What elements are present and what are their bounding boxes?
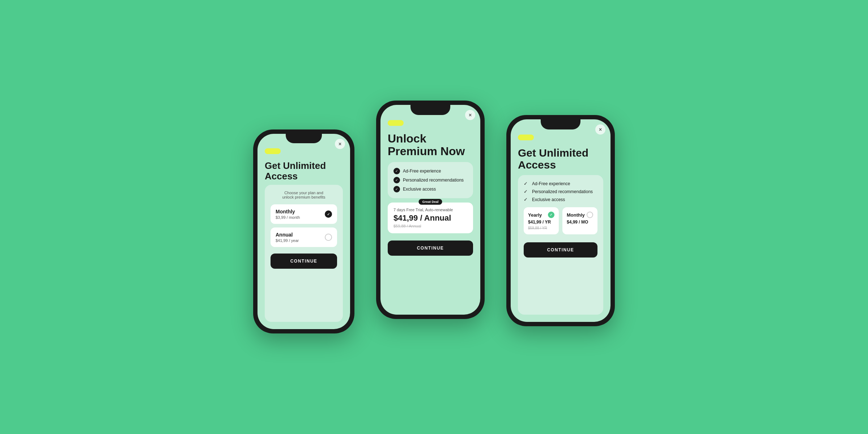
phone-2-feature-2-text: Personalized recommendations [403,178,464,183]
phone-3-feature-1-text: Ad-Free experience [532,181,570,186]
phone-3-notch [541,119,580,129]
phone-3-monthly-name: Monthly [567,212,585,218]
phone-3-close-button[interactable]: × [595,124,605,135]
phone-1-content: Get Unlimited Access Choose your plan an… [258,143,350,329]
phone-2-check-3: ✓ [393,186,400,192]
phone-2-close-button[interactable]: × [465,110,475,120]
phone-2-continue-button[interactable]: CONTINUE [388,241,473,256]
phone-3-continue-button[interactable]: CONTINUE [524,242,597,258]
phone-1: × Get Unlimited Access Choose your plan … [253,129,354,333]
phone-2-great-deal-badge: Great Deal [418,199,442,205]
phone-2: × Unlock Premium Now ✓ Ad-Free experienc… [376,101,485,319]
phone-3-yearly-price: $41,99 / YR [528,220,554,225]
phone-2-notch [410,105,450,115]
phone-1-annual-price: $41,99 / year [276,238,299,243]
phone-3-content: Get Unlimited Access ✓ Ad-Free experienc… [511,129,610,322]
phone-3-screen: × Get Unlimited Access ✓ Ad-Free experie… [511,119,610,322]
phone-2-feature-1-text: Ad-Free experience [403,169,441,174]
phone-2-features-card: ✓ Ad-Free experience ✓ Personalized reco… [388,162,473,198]
phone-1-continue-button[interactable]: CONTINUE [271,254,337,269]
phone-2-feature-1: ✓ Ad-Free experience [393,168,467,174]
phone-2-screen: × Unlock Premium Now ✓ Ad-Free experienc… [380,105,480,315]
phone-2-pricing-period: 7 days Free Trial, Auto-renewable [393,208,467,212]
phone-3-yearly-name: Yearly [528,212,542,218]
phone-1-annual-radio[interactable] [325,234,332,241]
phone-3-feature-3: ✓ Exclusive access [524,197,597,202]
phone-2-content: Unlock Premium Now ✓ Ad-Free experience … [380,115,480,315]
phone-1-title: Get Unlimited Access [265,161,343,181]
phone-1-monthly-radio[interactable] [325,210,332,218]
phone-3-title: Get Unlimited Access [518,147,603,171]
phone-3-plan-grid: Yearly $41,99 / YR $59,88 / YR Monthly $… [524,207,597,234]
phone-2-accent-pill [388,120,404,126]
phone-3-yearly-header: Yearly [528,212,554,218]
phone-2-check-2: ✓ [393,177,400,183]
phone-2-pricing-card: Great Deal 7 days Free Trial, Auto-renew… [388,203,473,233]
phone-3-yearly-original: $59,88 / YR [528,226,554,230]
phone-3-monthly-header: Monthly [567,212,593,218]
phone-3-feature-2: ✓ Personalized recommendations [524,189,597,194]
phone-2-feature-3: ✓ Exclusive access [393,186,467,192]
phone-1-plan-annual-info: Annual $41,99 / year [276,232,299,243]
phone-1-screen: × Get Unlimited Access Choose your plan … [258,134,350,329]
phone-3: × Get Unlimited Access ✓ Ad-Free experie… [506,115,615,326]
phone-2-pricing-main: $41,99 / Annual [393,213,467,223]
phone-1-plan-annual[interactable]: Annual $41,99 / year [271,227,337,247]
phone-1-monthly-price: $3,99 / month [276,215,300,220]
phone-1-close-button[interactable]: × [335,139,345,149]
phone-1-card: Choose your plan and unlock premium bene… [265,185,343,322]
phone-3-features-list: ✓ Ad-Free experience ✓ Personalized reco… [524,181,597,202]
phone-2-pricing-original: $59,88 / Annual [393,224,467,228]
phone-1-accent-pill [265,148,281,154]
phone-1-monthly-name: Monthly [276,209,300,214]
phone-1-notch [286,134,322,143]
phone-3-feature-2-text: Personalized recommendations [532,189,593,194]
phone-1-plan-monthly[interactable]: Monthly $3,99 / month [271,204,337,224]
phone-3-plan-monthly[interactable]: Monthly $4,99 / MO [562,207,597,234]
phone-3-monthly-price: $4,99 / MO [567,220,593,225]
phone-1-card-subtitle: Choose your plan and unlock premium bene… [271,191,337,199]
phone-3-feature-3-text: Exclusive access [532,197,565,202]
phone-3-feature-1: ✓ Ad-Free experience [524,181,597,186]
phone-3-plan-yearly[interactable]: Yearly $41,99 / YR $59,88 / YR [524,207,559,234]
phone-1-annual-name: Annual [276,232,299,238]
phone-3-features-card: ✓ Ad-Free experience ✓ Personalized reco… [518,175,603,315]
phone-3-monthly-radio[interactable] [587,212,593,218]
phone-2-check-1: ✓ [393,168,400,174]
phone-2-title: Unlock Premium Now [388,132,473,158]
phone-2-feature-3-text: Exclusive access [403,187,436,192]
phone-3-yearly-radio[interactable] [548,212,554,218]
phone-1-plan-monthly-info: Monthly $3,99 / month [276,209,300,220]
phone-3-accent-pill [518,135,534,140]
phone-2-feature-2: ✓ Personalized recommendations [393,177,467,183]
